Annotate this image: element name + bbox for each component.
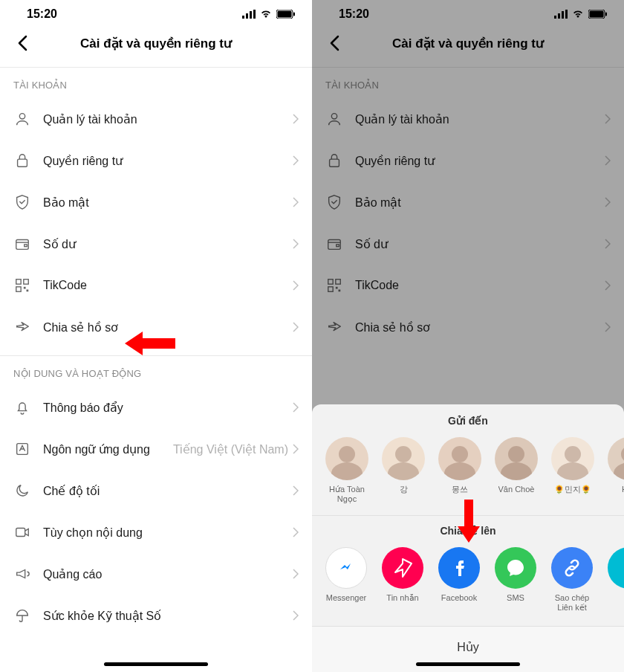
wallet-icon — [13, 235, 31, 253]
battery-icon — [276, 10, 296, 19]
svg-rect-15 — [27, 290, 29, 292]
svg-point-7 — [19, 114, 25, 119]
wifi-icon — [260, 10, 272, 19]
contact-name: Vân Choè — [498, 485, 535, 494]
share-app-item[interactable]: Sao chép Liên kết — [548, 547, 596, 613]
menu-label: Bảo mật — [43, 196, 293, 210]
share-app-item[interactable]: Tin nhắn — [379, 547, 426, 613]
chevron-left-icon — [17, 35, 27, 51]
contact-name: Hứa Toàn Ngọc — [322, 485, 371, 504]
contact-item[interactable]: Hà I — [605, 437, 624, 504]
user-icon — [13, 110, 31, 128]
umbrella-icon — [13, 607, 31, 624]
share-app-icon — [608, 547, 624, 589]
menu-balance[interactable]: Số dư — [0, 223, 312, 265]
menu-app-language[interactable]: Ngôn ngữ ứng dụng Tiếng Việt (Việt Nam) — [0, 428, 312, 470]
chevron-right-icon — [293, 569, 299, 579]
back-button[interactable] — [12, 33, 33, 54]
avatar — [608, 437, 624, 480]
contact-item[interactable]: Hứa Toàn Ngọc — [322, 437, 371, 504]
sheet-send-to-title: Gửi đến — [312, 415, 624, 427]
tutorial-arrow-left — [125, 329, 175, 361]
svg-rect-14 — [24, 287, 26, 289]
share-app-item[interactable]: SMS — [492, 547, 539, 613]
svg-rect-8 — [18, 159, 27, 167]
share-app-name: Facebook — [441, 593, 477, 603]
share-app-icon — [438, 547, 480, 589]
chevron-right-icon — [293, 485, 299, 496]
share-app-icon — [325, 547, 367, 589]
svg-rect-0 — [242, 16, 244, 19]
menu-label: Quảng cáo — [43, 567, 293, 581]
phone-left: 15:20 Cài đặt và quyền riêng tư TÀI KHOẢ… — [0, 0, 312, 672]
share-apps-row[interactable]: MessengerTin nhắnFacebookSMSSao chép Liê… — [312, 547, 624, 626]
menu-push-notif[interactable]: Thông báo đẩy — [0, 387, 312, 428]
contact-name: 몽쓰 — [452, 485, 468, 494]
page-title: Cài đặt và quyền riêng tư — [33, 36, 279, 51]
header: Cài đặt và quyền riêng tư — [0, 25, 312, 67]
menu-digital-wellbeing[interactable]: Sức khỏe Kỹ thuật Số — [0, 595, 312, 636]
avatar — [382, 437, 425, 480]
menu-label: Sức khỏe Kỹ thuật Số — [43, 609, 293, 623]
chevron-right-icon — [293, 280, 299, 291]
language-icon — [13, 440, 31, 458]
chevron-right-icon — [293, 197, 299, 207]
share-app-name: Tin nhắn — [386, 593, 418, 603]
share-app-item[interactable]: E — [605, 547, 624, 613]
menu-dark-mode[interactable]: Chế độ tối — [0, 470, 312, 511]
share-app-icon — [495, 547, 536, 589]
phone-right: 15:20 Cài đặt và quyền riêng tư TÀI KHOẢ… — [312, 0, 624, 672]
chevron-right-icon — [293, 239, 299, 249]
megaphone-icon — [13, 565, 31, 583]
menu-label: Ngôn ngữ ứng dụng — [43, 442, 173, 456]
contact-item[interactable]: Vân Choè — [492, 437, 541, 504]
share-app-name: SMS — [507, 593, 524, 603]
svg-rect-1 — [246, 13, 248, 19]
menu-label: Chế độ tối — [43, 484, 293, 498]
share-app-item[interactable]: Facebook — [435, 547, 483, 613]
menu-sublabel: Tiếng Việt (Việt Nam) — [173, 442, 288, 456]
contact-item[interactable]: 몽쓰 — [435, 437, 484, 504]
menu-label: Quản lý tài khoản — [43, 112, 293, 126]
svg-rect-13 — [16, 287, 21, 291]
menu-label: Tùy chọn nội dung — [43, 526, 293, 540]
share-app-icon — [382, 547, 423, 589]
contact-item[interactable]: 강 — [379, 437, 428, 504]
video-icon — [13, 523, 31, 541]
chevron-right-icon — [293, 322, 299, 332]
moon-icon — [13, 482, 31, 500]
chevron-right-icon — [293, 444, 299, 454]
avatar — [325, 437, 368, 480]
menu-label: Số dư — [43, 237, 293, 251]
menu-manage-account[interactable]: Quản lý tài khoản — [0, 98, 312, 140]
chevron-right-icon — [293, 402, 299, 413]
svg-rect-6 — [293, 13, 295, 16]
lock-icon — [13, 152, 31, 169]
share-app-icon — [551, 547, 593, 589]
contact-name: 강 — [400, 485, 408, 494]
menu-content-pref[interactable]: Tùy chọn nội dung — [0, 511, 312, 553]
status-bar: 15:20 — [0, 0, 312, 25]
contact-item[interactable]: 🌻민지🌻 — [548, 437, 597, 504]
share-app-name: Messenger — [326, 593, 366, 603]
home-indicator[interactable] — [104, 662, 208, 666]
share-app-item[interactable]: Messenger — [322, 547, 370, 613]
status-icons — [242, 10, 296, 19]
menu-security[interactable]: Bảo mật — [0, 181, 312, 223]
menu-tikcode[interactable]: TikCode — [0, 265, 312, 306]
svg-rect-12 — [24, 280, 28, 284]
signal-icon — [242, 10, 256, 19]
share-app-name: Sao chép Liên kết — [548, 593, 596, 613]
chevron-right-icon — [293, 114, 299, 124]
svg-rect-17 — [16, 529, 25, 537]
svg-rect-10 — [25, 245, 27, 247]
share-sheet: Gửi đến Hứa Toàn Ngọc강몽쓰Vân Choè🌻민지🌻Hà I… — [312, 404, 624, 672]
qr-icon — [13, 277, 31, 294]
section-account-label: TÀI KHOẢN — [0, 68, 312, 98]
menu-label: TikCode — [43, 279, 293, 292]
home-indicator[interactable] — [416, 662, 520, 666]
svg-rect-2 — [250, 11, 252, 19]
menu-ads[interactable]: Quảng cáo — [0, 553, 312, 595]
status-time: 15:20 — [27, 7, 57, 21]
menu-privacy[interactable]: Quyền riêng tư — [0, 140, 312, 181]
